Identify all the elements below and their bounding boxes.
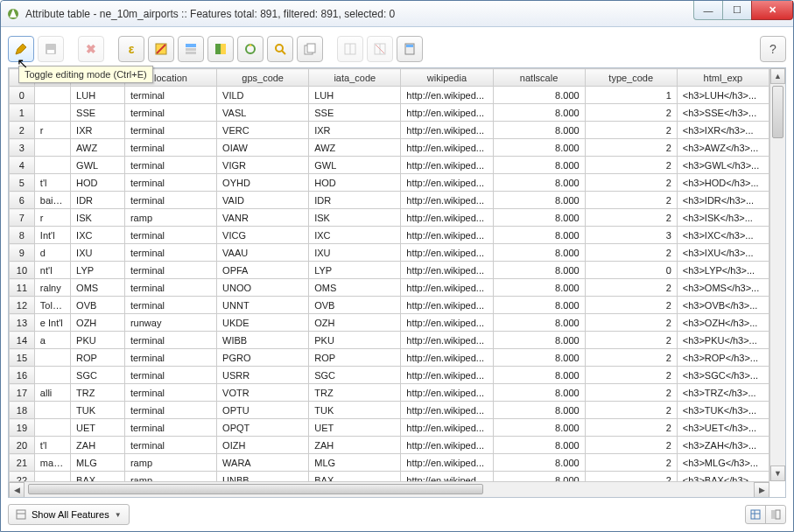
zoom-to-selected-button[interactable] <box>267 36 293 62</box>
column-header[interactable]: iata_code <box>309 69 401 87</box>
cell[interactable]: BAX <box>309 472 401 482</box>
column-header[interactable]: gps_code <box>217 69 309 87</box>
cell[interactable] <box>34 402 70 419</box>
cell[interactable]: HOD <box>309 174 401 192</box>
delete-column-button[interactable] <box>367 36 393 62</box>
row-header[interactable]: 6 <box>10 192 35 209</box>
cell[interactable]: GWL <box>309 157 401 174</box>
cell[interactable]: terminal <box>124 139 216 157</box>
minimize-button[interactable]: — <box>693 1 723 20</box>
new-column-button[interactable] <box>337 36 363 62</box>
row-header[interactable]: 3 <box>10 139 35 157</box>
row-header[interactable]: 11 <box>10 279 35 297</box>
cell[interactable]: VERC <box>217 122 309 139</box>
cell[interactable]: http://en.wikiped... <box>401 314 493 332</box>
cell[interactable]: 1 <box>585 87 677 104</box>
table-row[interactable]: 11ralnyOMSterminalUNOOOMShttp://en.wikip… <box>10 279 769 297</box>
table-row[interactable]: 10nt'lLYPterminalOPFALYPhttp://en.wikipe… <box>10 262 769 279</box>
cell[interactable]: OPQT <box>217 419 309 437</box>
cell[interactable]: 2 <box>585 192 677 209</box>
table-row[interactable]: 7rISKrampVANRISKhttp://en.wikiped...8.00… <box>10 209 769 227</box>
row-header[interactable]: 8 <box>10 227 35 244</box>
row-header[interactable]: 14 <box>10 332 35 349</box>
cell[interactable]: BAX <box>71 472 125 482</box>
maximize-button[interactable]: ☐ <box>722 1 752 20</box>
cell[interactable]: 2 <box>585 419 677 437</box>
cell[interactable]: http://en.wikiped... <box>401 367 493 384</box>
column-header[interactable]: type_code <box>585 69 677 87</box>
row-header[interactable]: 20 <box>10 437 35 454</box>
cell[interactable]: VAID <box>217 192 309 209</box>
invert-selection-button[interactable] <box>207 36 234 62</box>
cell[interactable]: <h3>TUK</h3>... <box>677 402 769 419</box>
cell[interactable]: IXR <box>71 122 125 139</box>
cell[interactable]: MLG <box>71 454 125 472</box>
cell[interactable]: <h3>HOD</h3>... <box>677 174 769 192</box>
cell[interactable]: terminal <box>124 384 216 402</box>
table-row[interactable]: 14aPKUterminalWIBBPKUhttp://en.wikiped..… <box>10 332 769 349</box>
cell[interactable]: 2 <box>585 122 677 139</box>
row-header[interactable]: 21 <box>10 454 35 472</box>
cell[interactable]: <h3>OVB</h3>... <box>677 297 769 314</box>
cell[interactable]: VIGR <box>217 157 309 174</box>
cell[interactable]: terminal <box>124 87 216 104</box>
copy-rows-button[interactable] <box>297 36 323 62</box>
cell[interactable]: VOTR <box>217 384 309 402</box>
cell[interactable]: 2 <box>585 244 677 262</box>
table-scroll[interactable]: location gps_code iata_code wikipedia na… <box>9 68 769 481</box>
cell[interactable]: terminal <box>124 174 216 192</box>
cell[interactable]: 8.000 <box>493 244 585 262</box>
cell[interactable]: http://en.wikiped... <box>401 384 493 402</box>
cell[interactable]: UET <box>309 419 401 437</box>
cell[interactable]: terminal <box>124 157 216 174</box>
cell[interactable]: ISK <box>309 209 401 227</box>
table-view-button[interactable] <box>745 505 766 524</box>
table-row[interactable]: 0LUHterminalVILDLUHhttp://en.wikiped...8… <box>10 87 769 104</box>
cell[interactable]: nt'l <box>34 262 70 279</box>
cell[interactable]: <h3>IXR</h3>... <box>677 122 769 139</box>
row-header[interactable]: 9 <box>10 244 35 262</box>
cell[interactable]: http://en.wikiped... <box>401 209 493 227</box>
cell[interactable]: WIBB <box>217 332 309 349</box>
cell[interactable]: http://en.wikiped... <box>401 87 493 104</box>
cell[interactable]: <h3>LYP</h3>... <box>677 262 769 279</box>
cell[interactable]: http://en.wikiped... <box>401 437 493 454</box>
cell[interactable]: <h3>SGC</h3>... <box>677 367 769 384</box>
cell[interactable]: ROP <box>309 349 401 367</box>
cell[interactable]: VICG <box>217 227 309 244</box>
cell[interactable]: 8.000 <box>493 209 585 227</box>
cell[interactable]: LYP <box>309 262 401 279</box>
cell[interactable]: 2 <box>585 139 677 157</box>
cell[interactable]: 2 <box>585 472 677 482</box>
cell[interactable]: <h3>TRZ</h3>... <box>677 384 769 402</box>
cell[interactable]: http://en.wikiped... <box>401 297 493 314</box>
row-header[interactable]: 7 <box>10 209 35 227</box>
cell[interactable]: ramp <box>124 209 216 227</box>
cell[interactable]: OMS <box>71 279 125 297</box>
cell[interactable]: http://en.wikiped... <box>401 349 493 367</box>
cell[interactable]: SGC <box>309 367 401 384</box>
table-row[interactable]: 5t'lHODterminalOYHDHODhttp://en.wikiped.… <box>10 174 769 192</box>
cell[interactable]: ZAH <box>71 437 125 454</box>
cell[interactable]: AWZ <box>309 139 401 157</box>
cell[interactable]: IXR <box>309 122 401 139</box>
cell[interactable]: PKU <box>71 332 125 349</box>
titlebar[interactable]: Attribute table - ne_10m_airports :: Fea… <box>1 1 793 27</box>
cell[interactable]: UET <box>71 419 125 437</box>
table-row[interactable]: 1SSEterminalVASLSSEhttp://en.wikiped...8… <box>10 104 769 122</box>
cell[interactable]: OZH <box>309 314 401 332</box>
cell[interactable]: HOD <box>71 174 125 192</box>
cell[interactable]: <h3>OMS</h3>... <box>677 279 769 297</box>
cell[interactable] <box>34 104 70 122</box>
cell[interactable]: http://en.wikiped... <box>401 122 493 139</box>
cell[interactable]: 2 <box>585 279 677 297</box>
cell[interactable]: <h3>MLG</h3>... <box>677 454 769 472</box>
cell[interactable]: 2 <box>585 349 677 367</box>
cell[interactable]: 8.000 <box>493 297 585 314</box>
cell[interactable]: <h3>OZH</h3>... <box>677 314 769 332</box>
cell[interactable]: 2 <box>585 402 677 419</box>
filter-dropdown[interactable]: Show All Features ▼ <box>8 504 130 525</box>
cell[interactable]: 2 <box>585 104 677 122</box>
save-edits-button[interactable] <box>38 36 64 62</box>
row-header[interactable]: 1 <box>10 104 35 122</box>
